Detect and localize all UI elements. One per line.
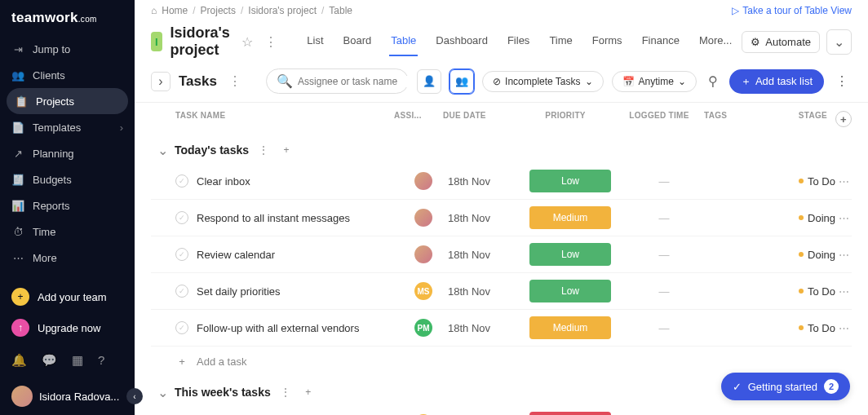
sidebar-item-planning[interactable]: ↗Planning	[0, 140, 135, 166]
assignee-cell[interactable]: PM	[399, 319, 448, 337]
task-checkbox[interactable]: ✓	[175, 211, 188, 224]
task-row[interactable]: ✓Review weekly prioritiesMS1st DecHigh—⋯	[151, 405, 852, 415]
tab-list[interactable]: List	[305, 28, 325, 56]
add-team-button[interactable]: + Add your team	[0, 281, 135, 312]
tasks-more-icon[interactable]: ⋮	[225, 73, 245, 89]
col-logged-time[interactable]: LOGGED TIME	[614, 111, 704, 127]
task-name[interactable]: Respond to all instant messages	[197, 212, 399, 224]
add-column-button[interactable]: +	[835, 111, 852, 127]
sidebar-item-more[interactable]: ⋯More	[0, 245, 135, 271]
col-priority[interactable]: PRIORITY	[516, 111, 614, 127]
stage-cell[interactable]: Doing	[766, 249, 835, 261]
tab-time[interactable]: Time	[547, 28, 574, 56]
task-checkbox[interactable]: ✓	[175, 321, 188, 334]
due-date-cell[interactable]: 18th Nov	[448, 212, 521, 224]
team-filter-button[interactable]: 👥	[450, 69, 474, 94]
logged-time-cell[interactable]: —	[619, 175, 709, 188]
col-tags[interactable]: TAGS	[704, 111, 761, 127]
task-row[interactable]: ✓Follow-up with all external vendorsPM18…	[151, 310, 852, 347]
task-checkbox[interactable]: ✓	[175, 285, 188, 298]
priority-cell[interactable]: Low	[521, 280, 619, 302]
upgrade-button[interactable]: ↑ Upgrade now	[0, 312, 135, 343]
help-icon[interactable]: ?	[98, 353, 104, 368]
chat-icon[interactable]: 💬	[42, 353, 57, 368]
assignee-cell[interactable]	[399, 209, 448, 227]
group-add-icon[interactable]: +	[300, 384, 317, 400]
group-more-icon[interactable]: ⋮	[255, 142, 272, 158]
tour-link[interactable]: ▷ Take a tour of Table View	[732, 5, 852, 16]
user-menu[interactable]: Isidora Radova... ‹	[0, 377, 135, 415]
row-more-icon[interactable]: ⋯	[835, 175, 852, 188]
collapse-icon[interactable]: ⌄	[157, 143, 168, 158]
search-input[interactable]	[298, 76, 420, 87]
priority-cell[interactable]: Low	[521, 243, 619, 266]
assignee-cell[interactable]: MS	[399, 282, 448, 300]
sidebar-item-templates[interactable]: 📄Templates›	[0, 114, 135, 140]
col-task-name[interactable]: TASK NAME	[175, 111, 394, 127]
tab-more[interactable]: More...	[698, 28, 733, 56]
search-box[interactable]: 🔍	[266, 68, 409, 94]
due-date-cell[interactable]: 18th Nov	[448, 322, 521, 334]
automate-button[interactable]: ⚙Automate	[742, 31, 820, 53]
tab-forms[interactable]: Forms	[591, 28, 624, 56]
status-filter[interactable]: ⊘Incomplete Tasks⌄	[482, 71, 604, 92]
task-name[interactable]: Clear inbox	[197, 175, 399, 188]
getting-started-button[interactable]: ✓ Getting started 2	[721, 373, 850, 400]
tab-board[interactable]: Board	[342, 28, 374, 56]
jump-to[interactable]: ⇥ Jump to	[0, 36, 135, 62]
row-more-icon[interactable]: ⋯	[835, 322, 852, 334]
toolbar-more-icon[interactable]: ⋮	[832, 70, 852, 92]
logged-time-cell[interactable]: —	[619, 212, 709, 224]
task-checkbox[interactable]: ✓	[175, 174, 188, 188]
task-checkbox[interactable]: ✓	[175, 248, 188, 261]
task-name[interactable]: Review calendar	[197, 249, 399, 261]
row-more-icon[interactable]: ⋯	[835, 212, 852, 224]
person-filter-button[interactable]: 👤	[417, 69, 441, 94]
sidebar-item-budgets[interactable]: 🧾Budgets	[0, 166, 135, 192]
breadcrumb-project[interactable]: Isidora's project	[248, 5, 317, 16]
task-name[interactable]: Follow-up with all external vendors	[197, 322, 399, 334]
breadcrumb-projects[interactable]: Projects	[201, 5, 236, 16]
logged-time-cell[interactable]: —	[619, 285, 709, 298]
col-assignee[interactable]: ASSI...	[394, 111, 443, 127]
row-more-icon[interactable]: ⋯	[835, 285, 852, 298]
expand-button[interactable]: ›	[151, 72, 170, 91]
filter-icon[interactable]: ⚲	[705, 70, 721, 92]
add-task-button[interactable]: +Add a task	[151, 347, 852, 376]
due-date-cell[interactable]: 18th Nov	[448, 285, 521, 298]
project-more-icon[interactable]: ⋮	[261, 34, 281, 50]
tab-files[interactable]: Files	[506, 28, 531, 56]
task-row[interactable]: ✓Respond to all instant messages18th Nov…	[151, 200, 852, 236]
group-more-icon[interactable]: ⋮	[277, 384, 294, 400]
stage-cell[interactable]: To Do	[766, 285, 835, 298]
tab-table[interactable]: Table	[389, 28, 418, 56]
logged-time-cell[interactable]: —	[619, 249, 709, 261]
due-date-cell[interactable]: 18th Nov	[448, 175, 521, 188]
priority-cell[interactable]: Medium	[521, 206, 619, 229]
add-task-list-button[interactable]: ＋Add task list	[729, 69, 824, 94]
bell-icon[interactable]: 🔔	[11, 353, 27, 368]
time-filter[interactable]: 📅Anytime⌄	[612, 71, 697, 92]
tab-dashboard[interactable]: Dashboard	[434, 28, 489, 56]
sidebar-item-time[interactable]: ⏱Time	[0, 219, 135, 245]
automate-dropdown[interactable]: ⌄	[826, 29, 852, 55]
assignee-cell[interactable]	[399, 172, 448, 190]
sidebar-item-clients[interactable]: 👥Clients	[0, 62, 135, 88]
stage-cell[interactable]: Doing	[766, 212, 835, 224]
group-add-icon[interactable]: +	[278, 142, 294, 158]
logged-time-cell[interactable]: —	[619, 322, 709, 334]
col-stage[interactable]: STAGE	[761, 111, 830, 127]
task-name[interactable]: Set daily priorities	[197, 285, 399, 298]
col-due-date[interactable]: DUE DATE	[443, 111, 516, 127]
sidebar-item-reports[interactable]: 📊Reports	[0, 192, 135, 219]
task-row[interactable]: ✓Set daily prioritiesMS18th NovLow—To Do…	[151, 273, 852, 310]
priority-cell[interactable]: High	[521, 412, 619, 415]
task-row[interactable]: ✓Clear inbox18th NovLow—To Do⋯	[151, 163, 852, 200]
collapse-icon[interactable]: ⌄	[157, 385, 168, 400]
breadcrumb-home[interactable]: Home	[162, 5, 188, 16]
row-more-icon[interactable]: ⋯	[835, 249, 852, 261]
grid-icon[interactable]: ▦	[72, 353, 83, 368]
sidebar-item-projects[interactable]: 📋Projects	[7, 88, 128, 114]
priority-cell[interactable]: Low	[521, 170, 619, 192]
priority-cell[interactable]: Medium	[521, 316, 619, 339]
